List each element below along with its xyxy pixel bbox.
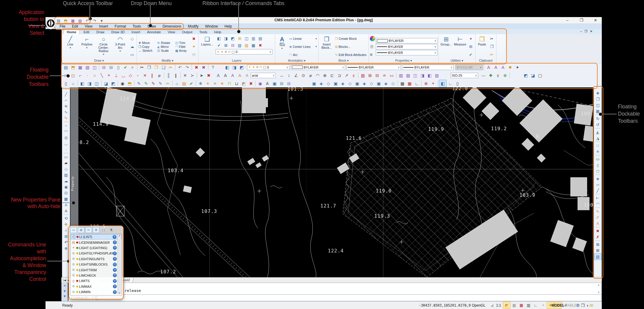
tab-draw3d[interactable]: Draw 3D bbox=[109, 30, 128, 34]
close-button[interactable]: ✕ bbox=[590, 17, 601, 23]
status-coordinates[interactable]: -30437.8503,185201.0278,0 bbox=[419, 302, 471, 308]
dim-style-2-icon[interactable]: ◨ bbox=[419, 72, 426, 79]
dim-text-home-icon[interactable]: ▭ bbox=[388, 72, 395, 79]
scroll-down-icon[interactable]: ∨ bbox=[119, 292, 120, 294]
ribbon-center-lines-button[interactable]: ⊕Center Lines▾ bbox=[289, 45, 317, 49]
ribbon-stretch-button[interactable]: ↔Stretch bbox=[138, 49, 156, 52]
explode-icon[interactable]: ⊠ bbox=[594, 241, 601, 247]
layer-combo[interactable]: ☀☀❄⊓▢0∨ bbox=[247, 65, 290, 70]
camera-icon[interactable]: ◉ bbox=[119, 80, 126, 87]
boundary-icon[interactable]: ▨ bbox=[63, 172, 69, 178]
open-icon[interactable]: ⬒ bbox=[69, 64, 77, 71]
linetype-combo[interactable]: BYLAYER∨ bbox=[346, 65, 401, 70]
suggestion-limits[interactable]: ▯LIMITS? bbox=[71, 278, 122, 284]
rotate-reference-icon[interactable]: ↺ bbox=[594, 122, 601, 128]
walk-icon[interactable]: ▥ bbox=[250, 35, 257, 42]
page-setup-icon[interactable]: ▯ bbox=[115, 64, 122, 71]
view-se-iso-icon[interactable]: ◈ bbox=[361, 80, 368, 87]
status-scale[interactable]: 1:1 bbox=[496, 302, 501, 308]
dim-tolerance-icon[interactable]: ± bbox=[350, 72, 357, 79]
dim-reassociate-icon[interactable]: ▥ bbox=[433, 72, 440, 79]
rotate-icon[interactable]: ↻ bbox=[594, 116, 601, 122]
doc-restore-button[interactable]: ❐ bbox=[585, 30, 587, 33]
tab-view[interactable]: View bbox=[165, 30, 178, 34]
copy-icon[interactable]: ❐ bbox=[594, 96, 601, 102]
scroll-down-icon[interactable]: ▼ bbox=[63, 289, 66, 293]
join-icon[interactable]: ✦ bbox=[190, 43, 197, 50]
wall-icon[interactable]: ▤ bbox=[181, 80, 188, 87]
polar-toggle[interactable]: ◔ bbox=[540, 302, 546, 308]
dim-override-icon[interactable]: ▨ bbox=[404, 72, 412, 79]
lineweight-property-combo[interactable]: BYLAYER∨ bbox=[376, 50, 437, 55]
spotlight-icon[interactable]: ✦ bbox=[514, 64, 521, 71]
toolbar-grip[interactable]: ⋯⋯ bbox=[595, 88, 601, 90]
snap-target-icon[interactable]: ⌖ bbox=[105, 72, 113, 79]
find-icon[interactable]: ⌕ bbox=[129, 64, 136, 71]
model-space-button[interactable]: MODEL bbox=[551, 302, 564, 308]
grid-display-toggle[interactable]: ▦ bbox=[511, 302, 518, 308]
menu-format[interactable]: Format bbox=[112, 24, 129, 29]
view-bottom-icon[interactable]: ◈ bbox=[318, 80, 325, 87]
box-3d-icon[interactable]: ◈ bbox=[594, 175, 601, 181]
snap-nearest-icon[interactable]: ✕ bbox=[141, 72, 149, 79]
tab-insert[interactable]: Insert bbox=[129, 30, 143, 34]
edit-text-icon[interactable]: A bbox=[594, 220, 601, 226]
view-top-icon[interactable]: ▣ bbox=[310, 80, 318, 87]
snap-none-icon[interactable]: ⌀ bbox=[156, 72, 163, 79]
layer-on-icon[interactable]: ☀ bbox=[219, 80, 226, 87]
measure-icon[interactable]: ⊢ bbox=[594, 195, 601, 201]
menu-window[interactable]: Window bbox=[202, 24, 221, 29]
text-underline-icon[interactable]: A bbox=[215, 72, 222, 79]
viewport-three-icon[interactable]: ◫ bbox=[93, 80, 100, 87]
command-line[interactable]: Command: LI bbox=[68, 295, 602, 301]
dim-text-center-icon[interactable]: ≐ bbox=[381, 72, 388, 79]
view-back-icon[interactable]: ◇ bbox=[346, 80, 354, 87]
polyline-icon[interactable]: ⌐ bbox=[63, 97, 69, 103]
delete-icon[interactable]: ✖ bbox=[190, 36, 197, 42]
elliptical-arc-icon[interactable]: ◡ bbox=[63, 140, 69, 146]
ribbon-circle-button[interactable]: ○Circle Center-Radius▾ bbox=[96, 35, 112, 59]
save-all-icon[interactable]: ▧ bbox=[77, 18, 84, 24]
match-icon[interactable]: ◫ bbox=[243, 35, 250, 42]
dim-line-icon[interactable]: — bbox=[480, 72, 487, 79]
open-folder-icon[interactable]: ⬒ bbox=[126, 80, 133, 87]
layer-off-icon[interactable]: ☀ bbox=[211, 80, 219, 87]
ribbon-array-button[interactable]: ▦Array bbox=[175, 49, 190, 52]
dim-update-icon[interactable]: ▧ bbox=[397, 72, 404, 79]
offset-icon[interactable]: ◫ bbox=[594, 102, 601, 108]
menu-view[interactable]: View bbox=[82, 24, 95, 29]
point-icon[interactable]: · bbox=[63, 146, 69, 152]
ribbon-measure-button[interactable]: ⊢Measure bbox=[454, 35, 467, 59]
text-style-icon[interactable]: A bbox=[229, 72, 236, 79]
dim-arc-icon[interactable]: ◠ bbox=[314, 72, 321, 79]
undo-view-icon[interactable]: ⟲ bbox=[63, 215, 69, 221]
minimize-button[interactable]: – bbox=[561, 17, 573, 23]
view-right-icon[interactable]: ▣ bbox=[332, 80, 339, 87]
layer-lock-icon[interactable]: ⊓ bbox=[226, 80, 233, 87]
extrude-icon[interactable]: ▱ bbox=[594, 181, 601, 187]
new-icon[interactable]: ▤ bbox=[55, 18, 62, 24]
lineweight-combo[interactable]: BYLAYER∨ bbox=[402, 65, 454, 70]
ribbon-blocks-button[interactable]: ⊞Blocks... bbox=[334, 45, 368, 49]
transparency-button[interactable]: ⚗ bbox=[108, 227, 114, 233]
viewport-join-icon[interactable]: ◩ bbox=[110, 80, 117, 87]
edit-ok-icon[interactable]: ✎ bbox=[143, 80, 150, 87]
region-icon[interactable]: ⊡ bbox=[63, 190, 69, 196]
isometric-toggle[interactable]: ▥ bbox=[525, 302, 532, 308]
suggestion-light[interactable]: ✦LIGHT (LIGHTING)? bbox=[71, 245, 122, 251]
snap-center-icon[interactable]: ○ bbox=[91, 72, 98, 79]
dim-continue-icon[interactable]: ⊐ bbox=[336, 72, 343, 79]
doc-minimize-button[interactable]: – bbox=[580, 30, 582, 33]
help-badge[interactable]: ? bbox=[113, 273, 117, 277]
layer-thaw-icon[interactable]: ☀ bbox=[204, 80, 211, 87]
color-wheel-icon[interactable] bbox=[370, 36, 375, 41]
tab-draw[interactable]: Draw bbox=[94, 30, 107, 34]
suggestion-limmin[interactable]: ⚙LIMMIN? bbox=[71, 289, 122, 295]
help-badge[interactable]: ? bbox=[113, 284, 117, 288]
quick-select-icon[interactable]: ⊞ bbox=[467, 43, 474, 50]
color-combo[interactable]: BYLAYER∨ bbox=[291, 65, 345, 70]
linetype-property-combo[interactable]: BYLAYER∨ bbox=[376, 44, 437, 49]
on-icon[interactable]: ✔ bbox=[216, 42, 222, 49]
ribbon-polyline-button[interactable]: ⌐Polyline▾ bbox=[79, 35, 95, 59]
ellipse-icon[interactable]: ◎ bbox=[63, 134, 69, 140]
